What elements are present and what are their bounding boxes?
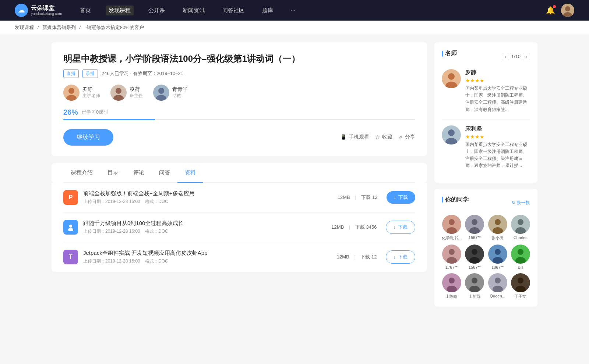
classmate-name-1: 1567** [469, 235, 481, 240]
user-avatar-nav[interactable] [561, 4, 574, 17]
share-icon: ⇗ [398, 134, 403, 140]
nav-item-quiz[interactable]: 题库 [259, 6, 276, 15]
svg-point-24 [472, 219, 477, 225]
star-icon: ☆ [375, 134, 380, 140]
teacher-info-2: 青青平 助教 [172, 86, 188, 99]
classmate-8: 上陈略 [442, 273, 461, 299]
classmate-avatar-7 [511, 245, 530, 264]
nav-item-more[interactable]: ··· [288, 6, 299, 15]
nav-item-discover[interactable]: 发现课程 [106, 6, 134, 15]
sidebar-teacher-1: 宋利坚 ★★★★ 国内某重点大学安全工程专业硕士，国家一级注册消防工程师、注册安… [442, 125, 530, 169]
phone-watch-button[interactable]: 📱 手机观看 [340, 134, 369, 140]
svg-point-21 [449, 219, 455, 225]
classmate-name-6: 1867** [491, 265, 504, 270]
teacher-name-1: 凌荷 [130, 86, 143, 93]
logo-icon: ☁ [15, 4, 28, 17]
nav-item-news[interactable]: 新闻资讯 [180, 6, 208, 15]
tab-qa[interactable]: 问答 [152, 163, 177, 183]
nav-item-open[interactable]: 公开课 [145, 6, 168, 15]
classmate-7: Bill [511, 245, 530, 270]
nav-item-home[interactable]: 首页 [77, 6, 94, 15]
tab-materials[interactable]: 资料 [177, 163, 203, 183]
tag-live: 直播 [63, 69, 79, 78]
classmate-10: Queen... [488, 273, 507, 299]
download-button-2[interactable]: ↓ 下载 [386, 250, 416, 264]
progress-bar-background [63, 119, 415, 120]
notification-dot [553, 5, 556, 8]
tabs: 课程介绍 目录 评论 问答 资料 [63, 163, 415, 183]
resource-info-2: Jetpack全组件实战 开发短视频应用高仿皮皮虾App 上传日期：2019-1… [83, 250, 328, 264]
svg-point-48 [472, 278, 477, 283]
classmate-name-7: Bill [518, 265, 523, 270]
logo[interactable]: ☁ 云朵课堂 yunduoketang.com [15, 4, 62, 17]
sidebar-teacher-desc-0: 国内某重点大学安全工程专业硕士，国家一级注册消防工程师、注册安全工程师、高级注册… [465, 85, 530, 113]
svg-point-18 [448, 129, 455, 136]
tab-intro[interactable]: 课程介绍 [63, 163, 100, 183]
continue-learning-button[interactable]: 继续学习 [63, 129, 113, 146]
share-button[interactable]: ⇗ 分享 [398, 134, 415, 140]
resource-meta-1: 上传日期：2019-12-28 16:00 格式：DOC [83, 228, 322, 235]
teacher-avatar-2 [153, 85, 169, 101]
download-icon-1: ↓ [394, 224, 396, 230]
svg-point-12 [69, 225, 72, 228]
teacher-name-2: 青青平 [172, 86, 188, 93]
teacher-role-0: 主讲老师 [82, 93, 100, 99]
classmate-avatar-8 [442, 273, 461, 292]
classmate-avatar-3 [511, 215, 530, 234]
sidebar-teacher-0: 罗静 ★★★★ 国内某重点大学安全工程专业硕士，国家一级注册消防工程师、注册安全… [442, 69, 530, 113]
classmate-avatar-11 [511, 273, 530, 292]
classmates-title: 你的同学 [442, 196, 469, 204]
teachers-sidebar-card: 名师 ‹ 1/10 › 罗静 ★★★★ 国内某重点大学安全工程专业硕士，国家一级… [434, 42, 537, 183]
classmate-avatar-5 [465, 245, 484, 264]
sidebar-right: 名师 ‹ 1/10 › 罗静 ★★★★ 国内某重点大学安全工程专业硕士，国家一级… [434, 42, 537, 313]
user-avatar-img [561, 4, 574, 17]
download-icon-2: ↓ [394, 254, 396, 260]
breadcrumb-link-discover[interactable]: 发现课程 [15, 25, 34, 30]
svg-point-42 [518, 249, 523, 255]
navbar: ☁ 云朵课堂 yunduoketang.com 首页 发现课程 公开课 新闻资讯… [0, 0, 589, 21]
teachers-sidebar-title: 名师 [442, 50, 457, 57]
nav-item-qa[interactable]: 问答社区 [219, 6, 247, 15]
teacher-avatar-1 [110, 85, 127, 101]
pagination: ‹ 1/10 › [502, 53, 530, 60]
resource-item-2: T Jetpack全组件实战 开发短视频应用高仿皮皮虾App 上传日期：2019… [63, 242, 415, 272]
next-page-button[interactable]: › [523, 53, 530, 60]
classmate-avatar-6 [488, 245, 507, 264]
page-indicator: 1/10 [511, 54, 521, 59]
classmate-name-8: 上陈略 [445, 294, 458, 299]
classmate-avatar-1 [465, 215, 484, 234]
teacher-info-1: 凌荷 班主任 [130, 86, 143, 99]
breadcrumb-link-series[interactable]: 新媒体营销系列 [42, 25, 76, 30]
classmates-card: 你的同学 ↻ 换一换 化学教书... 1567** [434, 189, 537, 307]
tag-record: 录播 [82, 69, 98, 78]
svg-point-10 [158, 88, 164, 94]
tab-review[interactable]: 评论 [126, 163, 152, 183]
classmate-name-2: 张小田 [491, 235, 504, 241]
tabs-card: 课程介绍 目录 评论 问答 资料 [52, 163, 427, 183]
sidebar-teacher-name-1: 宋利坚 [465, 125, 530, 132]
resource-icon-2: T [63, 250, 78, 264]
course-actions: 继续学习 📱 手机观看 ☆ 收藏 ⇗ 分享 [63, 129, 415, 146]
classmate-2: 张小田 [488, 215, 507, 241]
main-container: 明星中教授课，小学阶段语法100分–强化级第1讲动词（一） 直播 录播 246人… [37, 35, 552, 320]
svg-point-45 [449, 278, 455, 283]
classmate-1: 1567** [465, 215, 484, 241]
teacher-role-2: 助教 [172, 93, 188, 99]
prev-page-button[interactable]: ‹ [502, 53, 509, 60]
resource-stats-0: 12MB | 下载 12 [338, 194, 378, 201]
classmate-name-5: 1567** [469, 265, 481, 270]
course-meta: 直播 录播 246人已学习 · 有效期至：2019–10–21 [63, 69, 415, 78]
progress-section: 26% 已学习0课时 [63, 108, 415, 120]
progress-percentage: 26% [63, 108, 78, 117]
bell-icon[interactable]: 🔔 [546, 6, 555, 15]
svg-point-13 [68, 228, 73, 231]
tab-catalog[interactable]: 目录 [100, 163, 126, 183]
download-button-1[interactable]: ↓ 下载 [386, 221, 416, 234]
download-button-0[interactable]: ↓ 下载 [387, 191, 416, 204]
sidebar-teacher-stars-1: ★★★★ [465, 134, 530, 140]
classmate-avatar-2 [488, 215, 507, 234]
collect-button[interactable]: ☆ 收藏 [375, 134, 392, 140]
refresh-classmates-button[interactable]: ↻ 换一换 [512, 200, 530, 206]
classmate-9: 上新碟 [465, 273, 484, 299]
classmate-name-10: Queen... [490, 294, 505, 298]
